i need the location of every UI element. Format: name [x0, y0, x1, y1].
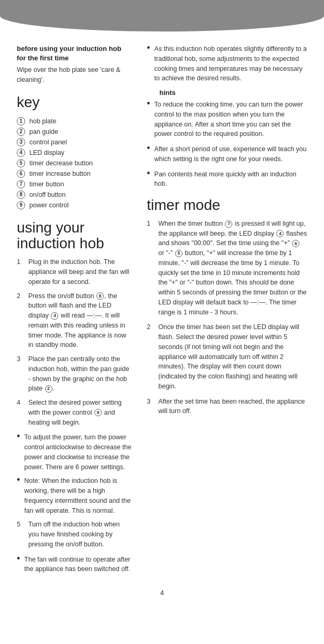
list-item: 2 pan guide	[17, 126, 132, 137]
list-item: • Pan contents heat more quickly with an…	[147, 170, 307, 189]
list-item: 5 timer decrease button	[17, 158, 132, 168]
step-text-5: Turn off the induction hob when you have…	[28, 520, 132, 549]
bullet-icon: •	[17, 431, 20, 441]
key-section: key 1 hob plate 2 pan guide 3 control pa…	[17, 94, 132, 210]
step-number-5: 5	[17, 520, 25, 530]
key-number-4: 4	[17, 149, 25, 157]
timer-step-text-1: When the timer button 7 is pressed it wi…	[158, 219, 307, 318]
hints-bullet-2: After a short period of use, experience …	[154, 144, 307, 164]
decorative-wave	[0, 0, 324, 31]
list-item: 1 When the timer button 7 is pressed it …	[147, 219, 307, 318]
circled-5: 5	[175, 250, 182, 257]
key-number-8: 8	[17, 191, 25, 199]
circled-4b: 4	[276, 230, 284, 237]
last-bullet-text: The fan will continue to operate after t…	[24, 555, 132, 575]
list-item: • After a short period of use, experienc…	[147, 144, 307, 164]
key-number-1: 1	[17, 117, 25, 125]
timer-section: timer mode 1 When the timer button 7 is …	[147, 197, 307, 416]
hints-heading: hints	[147, 89, 307, 97]
timer-step-number-1: 1	[147, 219, 155, 229]
hints-bullet-3: Pan contents heat more quickly with an i…	[154, 170, 307, 189]
key-item-label: LED display	[29, 147, 64, 158]
circled-4: 4	[51, 312, 58, 320]
key-number-3: 3	[17, 138, 25, 146]
timer-step-number-2: 2	[147, 322, 155, 332]
key-number-6: 6	[17, 170, 25, 178]
using-last-bullet-list: • The fan will continue to operate after…	[17, 555, 132, 575]
list-item: 1 Plug in the induction hob. The applian…	[17, 257, 132, 287]
list-item: 5 Turn off the induction hob when you ha…	[17, 520, 132, 549]
list-item: 7 timer button	[17, 179, 132, 189]
step-text-2: Press the on/off button 8, the button wi…	[28, 291, 132, 351]
using-step5-list: 5 Turn off the induction hob when you ha…	[17, 520, 132, 549]
circled-7: 7	[225, 220, 232, 228]
list-item: • Note: When the induction hob is workin…	[17, 476, 132, 515]
list-item: 8 on/off button	[17, 189, 132, 200]
list-item: 6 timer increase button	[17, 168, 132, 179]
step-number-4: 4	[17, 398, 25, 408]
circled-9: 9	[94, 409, 102, 416]
list-item: 4 LED display	[17, 147, 132, 158]
key-item-label: timer increase button	[29, 168, 91, 179]
step-text-1: Plug in the induction hob. The appliance…	[28, 257, 132, 287]
key-number-5: 5	[17, 159, 25, 167]
step-text-3: Place the pan centrally onto the inducti…	[28, 354, 132, 394]
list-item: 2 Press the on/off button 8, the button …	[17, 291, 132, 351]
circled-8: 8	[96, 292, 104, 300]
using-heading: using your induction hob	[17, 220, 132, 252]
circled-2: 2	[45, 385, 52, 393]
timer-heading: timer mode	[147, 197, 307, 214]
key-item-label: power control	[29, 200, 69, 210]
timer-steps-list: 1 When the timer button 7 is pressed it …	[147, 219, 307, 416]
list-item: • As this induction hob operates slightl…	[147, 44, 307, 83]
bullet-icon: •	[147, 99, 150, 108]
bullet-text-2: Note: When the induction hob is working,…	[24, 476, 132, 515]
before-using-body: Wipe over the hob plate see 'care & clea…	[17, 65, 132, 85]
key-number-9: 9	[17, 201, 25, 209]
top-bullet-text-1: As this induction hob operates slightly …	[154, 44, 307, 83]
before-using-title: before using your induction hob for the …	[17, 44, 132, 63]
key-number-7: 7	[17, 180, 25, 188]
hints-bullets-list: • To reduce the cooking time, you can tu…	[147, 100, 307, 189]
list-item: • To adjust the power, turn the power co…	[17, 432, 132, 472]
step-text-4: Select the desired power setting with th…	[28, 398, 132, 427]
list-item: 3 Place the pan centrally onto the induc…	[17, 354, 132, 394]
using-section: using your induction hob 1 Plug in the i…	[17, 220, 132, 574]
key-item-label: hob plate	[29, 116, 56, 126]
timer-step-text-2: Once the timer has been set the LED disp…	[158, 322, 307, 391]
page-number: 4	[17, 589, 307, 597]
key-item-label: timer button	[29, 179, 64, 189]
list-item: • The fan will continue to operate after…	[17, 555, 132, 575]
key-item-label: on/off button	[29, 189, 66, 200]
step-number-1: 1	[17, 257, 25, 267]
list-item: 9 power control	[17, 200, 132, 210]
key-number-2: 2	[17, 128, 25, 136]
bullet-text-1: To adjust the power, turn the power cont…	[24, 432, 132, 472]
right-column: • As this induction hob operates slightl…	[147, 44, 307, 578]
bullet-icon: •	[147, 168, 150, 178]
circled-6: 6	[292, 240, 299, 247]
list-item: 4 Select the desired power setting with …	[17, 398, 132, 427]
key-item-label: pan guide	[29, 126, 58, 137]
hints-bullet-1: To reduce the cooking time, you can turn…	[154, 100, 307, 139]
timer-step-number-3: 3	[147, 397, 155, 407]
list-item: 1 hob plate	[17, 116, 132, 126]
list-item: 2 Once the timer has been set the LED di…	[147, 322, 307, 391]
key-heading: key	[17, 94, 132, 111]
timer-step-text-3: After the set time has been reached, the…	[158, 397, 307, 417]
using-steps-list: 1 Plug in the induction hob. The applian…	[17, 257, 132, 427]
using-bullets-list: • To adjust the power, turn the power co…	[17, 432, 132, 515]
bullet-icon: •	[17, 554, 20, 563]
before-using-section: before using your induction hob for the …	[17, 44, 132, 85]
left-column: before using your induction hob for the …	[17, 44, 132, 578]
list-item: • To reduce the cooking time, you can tu…	[147, 100, 307, 139]
list-item: 3 control panel	[17, 137, 132, 147]
bullet-icon: •	[17, 475, 20, 484]
key-item-label: control panel	[29, 137, 67, 147]
bullet-icon: •	[147, 143, 150, 153]
key-item-label: timer decrease button	[29, 158, 93, 168]
key-list: 1 hob plate 2 pan guide 3 control panel …	[17, 116, 132, 210]
bullet-icon: •	[147, 43, 150, 52]
step-number-3: 3	[17, 354, 25, 364]
right-top-bullets: • As this induction hob operates slightl…	[147, 44, 307, 83]
